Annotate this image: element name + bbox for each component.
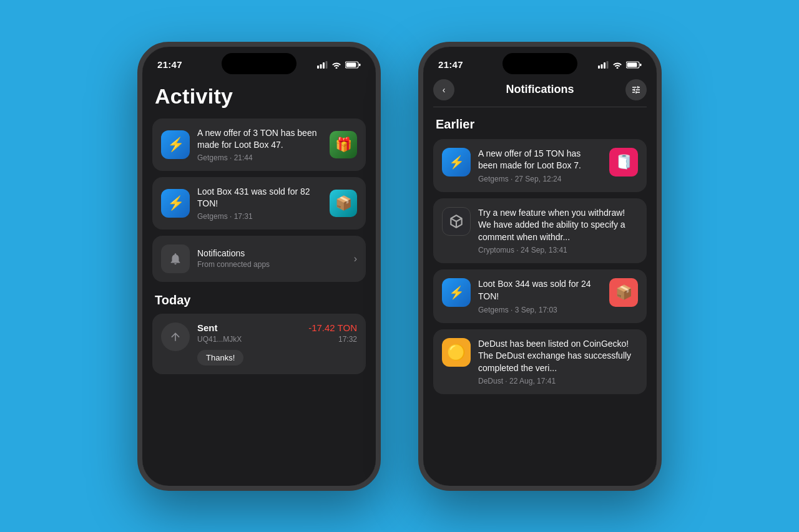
notif-item-4-body: DeDust has been listed on CoinGecko! The… — [478, 338, 638, 386]
activity-item-2-thumb: 📦 — [330, 190, 357, 217]
earlier-section-title: Earlier — [423, 117, 657, 139]
notif-item-1-body: A new offer of 15 TON has been made for … — [478, 148, 602, 183]
sent-icon — [161, 322, 190, 351]
svg-rect-7 — [598, 65, 600, 69]
chevron-right-icon: › — [354, 253, 357, 264]
notif-item-3-thumb: 📦 — [609, 278, 638, 307]
svg-rect-10 — [607, 61, 609, 69]
getgems-app-icon-2: ⚡ — [442, 278, 471, 307]
activity-item-1-text: A new offer of 3 TON has been made for L… — [197, 127, 322, 162]
status-bar-2: 21:47 — [423, 47, 657, 74]
activity-title: Activity — [142, 74, 376, 118]
transaction-body: Sent -17.42 TON UQ41...MJkX 17:32 Thanks… — [197, 322, 357, 365]
bell-svg — [169, 252, 182, 266]
status-icons-1 — [317, 61, 361, 69]
bell-icon — [161, 244, 190, 273]
wifi-icon-2 — [612, 61, 622, 69]
thanks-badge[interactable]: Thanks! — [197, 350, 243, 365]
battery-icon — [345, 61, 361, 69]
today-section-title: Today — [142, 288, 376, 314]
battery-icon-2 — [626, 61, 642, 69]
nav-divider — [433, 107, 647, 107]
notif-item-2[interactable]: Try a new feature when you withdraw! We … — [433, 198, 647, 264]
activity-item-2[interactable]: ⚡ Loot Box 431 was sold for 82 TON! Getg… — [152, 177, 366, 230]
svg-rect-5 — [346, 62, 356, 67]
notif-item-1[interactable]: ⚡ A new offer of 15 TON has been made fo… — [433, 139, 647, 192]
activity-item-2-text: Loot Box 431 was sold for 82 TON! Getgem… — [197, 186, 322, 221]
phone-1: 21:47 — [137, 42, 381, 491]
status-bar-1: 21:47 — [142, 47, 376, 74]
status-time-1: 21:47 — [157, 59, 182, 70]
dynamic-island-1 — [222, 53, 297, 74]
signal-icon-2 — [598, 61, 609, 69]
notif-item-4[interactable]: 🟡 DeDust has been listed on CoinGecko! T… — [433, 329, 647, 395]
svg-rect-8 — [601, 64, 603, 69]
notifications-nav-bar: ‹ Notifications — [423, 74, 657, 107]
svg-rect-6 — [359, 64, 361, 66]
signal-icon — [317, 61, 328, 69]
notif-item-1-thumb: 🧻 — [609, 148, 638, 177]
cryptomus-app-icon — [442, 207, 471, 236]
notifications-page-title: Notifications — [506, 83, 574, 96]
notif-item-2-body: Try a new feature when you withdraw! We … — [478, 207, 638, 255]
activity-item-1-thumb: 🎁 — [330, 131, 357, 158]
notif-item-3[interactable]: ⚡ Loot Box 344 was sold for 24 TON! Getg… — [433, 269, 647, 322]
getgems-icon-1: ⚡ — [161, 130, 190, 159]
arrow-up-icon — [169, 331, 182, 343]
notifications-row[interactable]: Notifications From connected apps › — [152, 236, 366, 282]
svg-rect-13 — [640, 64, 642, 66]
getgems-icon-2: ⚡ — [161, 189, 190, 218]
cube-icon — [448, 213, 464, 230]
status-icons-2 — [598, 61, 642, 69]
filter-button[interactable] — [625, 79, 647, 100]
phone-2: 21:47 — [418, 42, 662, 491]
dynamic-island-2 — [502, 53, 577, 74]
status-time-2: 21:47 — [438, 59, 463, 70]
back-button[interactable]: ‹ — [433, 79, 454, 100]
svg-rect-0 — [317, 65, 319, 69]
dedust-app-icon: 🟡 — [442, 338, 471, 367]
notif-item-3-body: Loot Box 344 was sold for 24 TON! Getgem… — [478, 278, 602, 314]
activity-item-1[interactable]: ⚡ A new offer of 3 TON has been made for… — [152, 118, 366, 171]
svg-rect-9 — [604, 62, 605, 69]
svg-rect-12 — [627, 62, 637, 67]
filter-icon — [631, 85, 641, 95]
wifi-icon — [331, 61, 341, 69]
getgems-app-icon-1: ⚡ — [442, 148, 471, 177]
svg-rect-2 — [323, 62, 325, 69]
notifications-text: Notifications From connected apps — [197, 248, 346, 269]
transaction-sent[interactable]: Sent -17.42 TON UQ41...MJkX 17:32 Thanks… — [152, 314, 366, 374]
svg-rect-1 — [320, 64, 322, 69]
svg-rect-3 — [326, 61, 328, 69]
